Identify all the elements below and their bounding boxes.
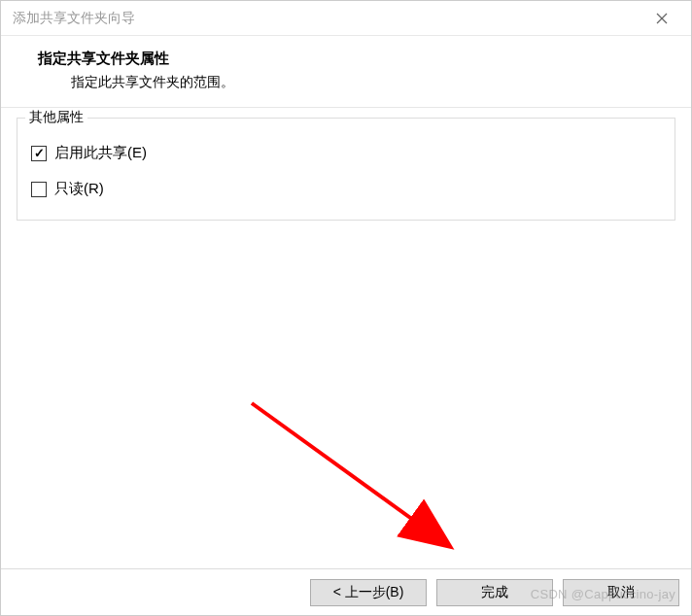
close-icon [656,13,668,24]
titlebar: 添加共享文件夹向导 [1,1,691,36]
page-title: 指定共享文件夹属性 [38,50,672,68]
close-button[interactable] [642,4,681,33]
header-divider [1,107,691,108]
page-subtitle: 指定此共享文件夹的范围。 [38,74,672,91]
wizard-window: 添加共享文件夹向导 指定共享文件夹属性 指定此共享文件夹的范围。 其他属性 启用… [0,0,692,616]
content-area: 其他属性 启用此共享(E) 只读(R) [1,118,691,557]
back-button[interactable]: < 上一步(B) [310,579,427,606]
read-only-label: 只读(R) [54,180,104,198]
other-properties-group: 其他属性 启用此共享(E) 只读(R) [17,118,675,221]
wizard-header: 指定共享文件夹属性 指定此共享文件夹的范围。 [1,36,691,107]
watermark-text: CSDN @Cappuccino-jay [531,587,675,601]
window-title: 添加共享文件夹向导 [13,10,135,27]
read-only-row: 只读(R) [31,180,661,198]
enable-share-label: 启用此共享(E) [54,144,147,162]
read-only-checkbox[interactable] [31,182,47,197]
group-legend: 其他属性 [25,109,87,126]
enable-share-row: 启用此共享(E) [31,144,661,162]
enable-share-checkbox[interactable] [31,146,47,161]
